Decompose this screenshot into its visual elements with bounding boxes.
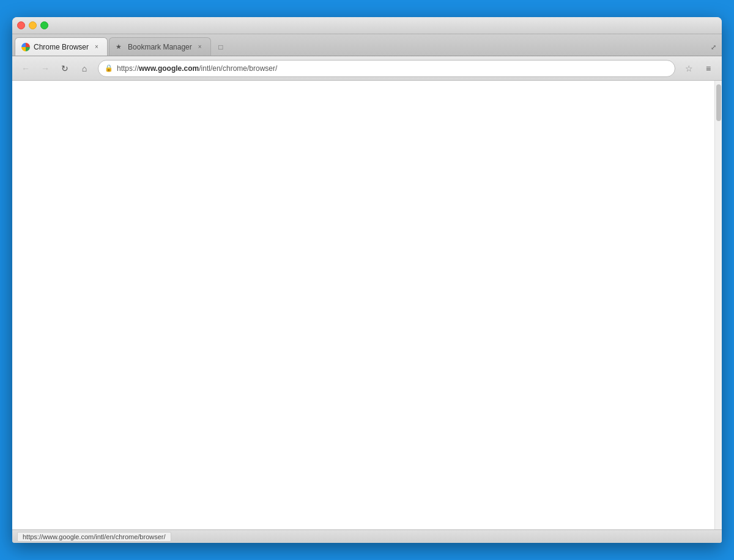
tab-bookmark-manager-label: Bookmark Manager [128, 43, 192, 51]
tab-chrome-browser-close[interactable]: × [92, 43, 101, 51]
tab-chrome-browser-label: Chrome Browser [34, 43, 89, 51]
close-button[interactable] [17, 21, 25, 29]
tab-bookmark-manager-close[interactable]: × [196, 43, 204, 51]
scrollbar[interactable] [714, 81, 722, 529]
back-button[interactable]: ← [17, 60, 34, 77]
back-icon: ← [21, 64, 30, 73]
address-bar[interactable]: 🔒 https://www.google.com/intl/en/chrome/… [98, 60, 675, 77]
status-url: https://www.google.com/intl/en/chrome/br… [17, 532, 171, 542]
url-domain: www.google.com [139, 64, 199, 73]
menu-button[interactable]: ≡ [700, 60, 717, 77]
home-icon: ⌂ [82, 64, 87, 73]
chrome-favicon-icon [21, 43, 30, 51]
bookmark-star-icon: ☆ [685, 64, 693, 73]
reload-button[interactable]: ↻ [56, 60, 73, 77]
scrollbar-thumb[interactable] [716, 84, 721, 121]
new-tab-button[interactable]: □ [212, 40, 229, 54]
toolbar: ← → ↻ ⌂ 🔒 https://www.google.com/intl/en… [12, 56, 722, 81]
home-button[interactable]: ⌂ [76, 60, 93, 77]
bookmark-favicon-icon: ★ [116, 43, 124, 51]
tabs-bar: Chrome Browser × ★ Bookmark Manager × □ … [12, 34, 722, 56]
expand-icon: ⤢ [711, 43, 716, 51]
url-path: /intl/en/chrome/browser/ [199, 64, 277, 73]
bookmark-button[interactable]: ☆ [680, 60, 697, 77]
browser-window: Chrome Browser × ★ Bookmark Manager × □ … [12, 17, 722, 543]
maximize-button[interactable] [40, 21, 48, 29]
url-display: https://www.google.com/intl/en/chrome/br… [117, 64, 669, 73]
tab-chrome-browser[interactable]: Chrome Browser × [15, 37, 108, 56]
minimize-button[interactable] [29, 21, 37, 29]
lock-icon: 🔒 [105, 64, 113, 72]
page-body [12, 81, 714, 529]
forward-button[interactable]: → [37, 60, 54, 77]
window-controls [17, 21, 48, 29]
forward-icon: → [41, 64, 50, 73]
tab-bookmark-manager[interactable]: ★ Bookmark Manager × [109, 37, 211, 56]
title-bar [12, 17, 722, 34]
reload-icon: ↻ [61, 64, 69, 73]
status-bar: https://www.google.com/intl/en/chrome/br… [12, 529, 722, 543]
hamburger-menu-icon: ≡ [706, 64, 711, 73]
page-content [12, 81, 722, 529]
expand-button[interactable]: ⤢ [707, 41, 719, 53]
